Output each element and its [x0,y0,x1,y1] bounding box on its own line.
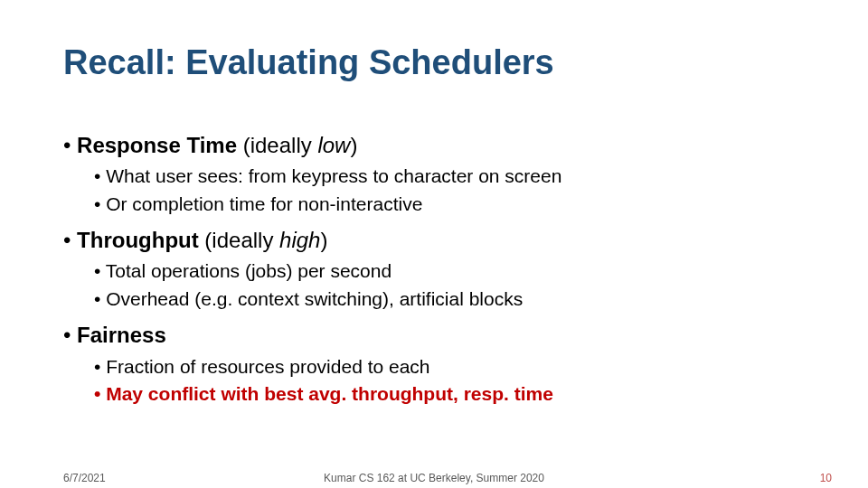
sub-item: Total operations (jobs) per second [94,258,805,284]
sub-item-highlight: May conflict with best avg. throughput, … [94,381,805,407]
slide-title: Recall: Evaluating Schedulers [63,43,554,82]
item-label: Response Time [77,133,237,157]
list-item: Response Time (ideally low) [63,131,805,160]
item-ideal: high [279,228,320,252]
sub-item: Overhead (e.g. context switching), artif… [94,286,805,312]
sub-item: Or completion time for non-interactive [94,192,805,217]
slide: Recall: Evaluating Schedulers Response T… [0,0,868,488]
footer-course: Kumar CS 162 at UC Berkeley, Summer 2020 [0,472,868,484]
sub-item: What user sees: from keypress to charact… [94,164,805,189]
item-paren-open: (ideally [199,228,279,252]
sub-item: Fraction of resources provided to each [94,354,805,380]
slide-content: Response Time (ideally low) What user se… [63,122,805,408]
item-ideal: low [317,133,350,157]
item-paren-close: ) [350,133,357,157]
list-item: Fairness [63,321,805,350]
item-paren-open: (ideally [237,133,317,157]
item-label: Fairness [77,323,166,347]
list-item: Throughput (ideally high) [63,226,805,255]
item-label: Throughput [77,228,199,252]
footer-page-number: 10 [820,472,832,484]
item-paren-close: ) [320,228,327,252]
